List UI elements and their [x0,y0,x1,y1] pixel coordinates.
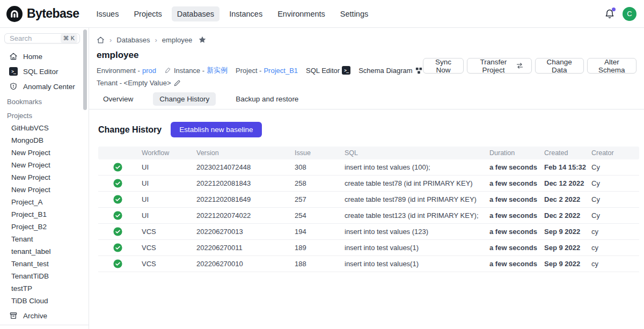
sidebar-project-tenant[interactable]: Tenant [0,233,89,245]
nav-item-instances[interactable]: Instances [224,6,268,21]
page-title: employee [97,50,423,61]
sidebar-project-tenanttidb[interactable]: TenantTiDB [0,270,89,282]
tenant-meta-row: Tenant - <Empty Value> [97,79,423,87]
sql-editor-shortcut[interactable]: SQL Editor >_ [306,66,350,75]
sidebar-project-project-a[interactable]: Project_A [0,196,89,208]
sidebar-project-tidb-cloud[interactable]: TiDB Cloud [0,295,89,307]
search-input[interactable]: Search ⌘ K [4,33,80,43]
top-navigation-bar: Bytebase IssuesProjectsDatabasesInstance… [0,0,644,28]
search-placeholder: Search [10,34,61,42]
shield-icon [9,82,18,91]
cell-status [98,159,137,176]
sidebar-item-anomaly-center[interactable]: Anomaly Center [0,79,89,94]
nav-item-environments[interactable]: Environments [272,6,331,21]
cell-issue[interactable]: 254 [290,208,340,224]
cell-version: 20221202081843 [192,176,290,192]
breadcrumb-home-icon[interactable] [97,36,105,44]
cell-creator: Cy [587,159,639,176]
cell-issue[interactable]: 257 [290,192,340,208]
alter-schema-button[interactable]: Alter Schema [587,58,636,74]
status-success-icon [113,195,122,204]
nav-item-databases[interactable]: Databases [172,6,219,21]
edit-pencil-icon[interactable] [173,79,181,87]
cell-created: Sep 9 2022 [540,224,587,240]
sync-now-button[interactable]: Sync Now [423,58,464,74]
cell-workflow: VCS [137,224,192,240]
table-row[interactable]: UI20221202081649257create table test789 … [98,192,639,208]
schema-diagram-shortcut[interactable]: Schema Diagram [358,67,422,75]
schema-diagram-label: Schema Diagram [358,67,412,75]
establish-new-baseline-button[interactable]: Establish new baseline [171,122,261,137]
breadcrumb-databases[interactable]: Databases [116,36,150,44]
cell-sql: insert into test values(1) [340,256,485,272]
cell-sql: insert into test values(1) [340,240,485,256]
table-row[interactable]: VCS202206270010188insert into test value… [98,256,639,272]
action-button-label: Change Data [543,58,576,74]
tab-change-history[interactable]: Change History [153,92,216,106]
cell-workflow: VCS [137,256,192,272]
cell-issue[interactable]: 308 [290,159,340,176]
change-data-button[interactable]: Change Data [535,58,584,74]
status-success-icon [113,211,122,220]
schema-diagram-icon [415,67,423,75]
notification-bell-icon[interactable] [604,9,615,19]
user-avatar[interactable]: C [623,7,636,21]
sidebar-project-new-project[interactable]: New Project [0,159,89,171]
column-header-creator: Creator [587,147,639,159]
status-success-icon [113,179,122,188]
projects-section-label: Projects [0,108,89,122]
sidebar-project-mongodb[interactable]: MongoDB [0,134,89,147]
action-button-label: Transfer Project [475,58,511,74]
transfer-icon [516,62,524,70]
column-header-version: Version [192,147,290,159]
sidebar-item-label: Anomaly Center [23,83,75,91]
table-row[interactable]: UI20221202081843258create table test78 (… [98,176,639,192]
sidebar-scrollbar[interactable] [83,30,87,110]
sidebar-project-new-project[interactable]: New Project [0,147,89,159]
cell-issue[interactable]: 258 [290,176,340,192]
sidebar-project-tenant-label[interactable]: tenant_label [0,245,89,258]
table-row[interactable]: VCS202206270013194insert into test value… [98,224,639,240]
cell-issue[interactable]: 194 [290,224,340,240]
sidebar-project-tenant-test[interactable]: Tenant_test [0,258,89,270]
tab-overview[interactable]: Overview [97,92,140,106]
cell-created: Sep 9 2022 [540,256,587,272]
environment-link[interactable]: prod [142,67,156,75]
table-row[interactable]: UI20230214072448308insert into test valu… [98,159,639,176]
bytebase-logo[interactable]: Bytebase [6,6,79,22]
change-history-table: WorkflowVersionIssueSQLDurationCreatedCr… [98,147,639,272]
cell-version: 20221202074022 [192,208,290,224]
bookmark-star-icon[interactable] [198,35,207,44]
cell-issue[interactable]: 188 [290,256,340,272]
instance-label: Instance - [174,67,204,75]
bytebase-logo-icon [6,6,23,22]
sidebar-item-archive[interactable]: Archive [0,307,89,325]
project-link[interactable]: Project_B1 [264,67,298,75]
cell-issue[interactable]: 189 [290,240,340,256]
history-table-head-row: WorkflowVersionIssueSQLDurationCreatedCr… [98,147,639,159]
page-actions: Sync NowTransfer ProjectChange DataAlter… [423,58,636,74]
cell-created: Feb 14 15:32 [540,159,587,176]
cell-version: 202206270010 [192,256,290,272]
sidebar-project-testtp[interactable]: testTP [0,282,89,295]
breadcrumb-separator: › [109,36,112,44]
tab-backup-and-restore[interactable]: Backup and restore [229,92,305,106]
sidebar-project-githubvcs[interactable]: GitHubVCS [0,122,89,134]
table-row[interactable]: UI20221202074022254create table test123 … [98,208,639,224]
history-table-body: UI20230214072448308insert into test valu… [98,159,639,272]
nav-item-issues[interactable]: Issues [91,6,124,21]
instance-link[interactable]: 新实例 [207,65,228,75]
breadcrumb-employee[interactable]: employee [162,36,192,44]
column-header-duration: Duration [485,147,540,159]
table-row[interactable]: VCS202206270011189insert into test value… [98,240,639,256]
nav-item-settings[interactable]: Settings [335,6,374,21]
sidebar-project-project-b2[interactable]: Project_B2 [0,221,89,233]
breadcrumb: › Databases › employee [97,33,636,46]
sidebar-project-new-project[interactable]: New Project [0,171,89,184]
transfer-project-button[interactable]: Transfer Project [467,58,531,74]
sidebar-project-project-b1[interactable]: Project_B1 [0,208,89,221]
nav-item-projects[interactable]: Projects [128,6,167,21]
sidebar-item-sql-editor[interactable]: >_ SQL Editor [0,64,89,79]
sidebar-project-new-project[interactable]: New Project [0,184,89,196]
sidebar-item-home[interactable]: Home [0,49,89,64]
